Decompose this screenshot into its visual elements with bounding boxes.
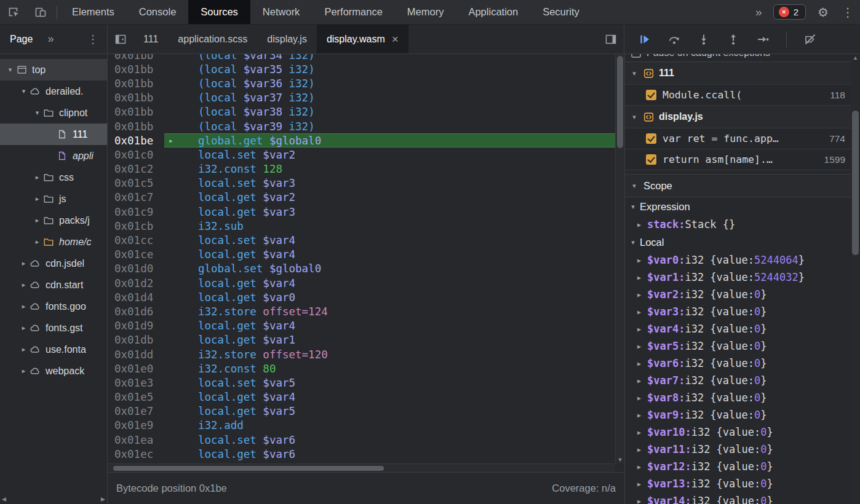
scrollbar-thumb[interactable] <box>113 466 384 471</box>
line-address[interactable]: 0x01c9 <box>108 206 164 218</box>
tree-item-111[interactable]: 111 <box>0 124 107 145</box>
scope-variable-var2[interactable]: ▶$var2: i32 {value: 0} <box>625 286 860 303</box>
error-badge[interactable]: × 2 <box>773 4 806 20</box>
scope-variable-var6[interactable]: ▶$var6: i32 {value: 0} <box>625 355 860 372</box>
line-address[interactable]: 0x01bb <box>108 63 164 76</box>
more-tabs-icon[interactable]: » <box>749 6 768 19</box>
line-address[interactable]: 0x01db <box>108 334 164 346</box>
editor-vertical-scrollbar[interactable]: ▼ <box>615 54 624 463</box>
tree-item-packs-j[interactable]: ▸packs/j <box>0 210 107 231</box>
scope-variable-var8[interactable]: ▶$var8: i32 {value: 0} <box>625 389 860 406</box>
scope-variable-var0[interactable]: ▶$var0: i32 {value: 5244064} <box>625 251 860 269</box>
devtools-tab-sources[interactable]: Sources <box>188 0 250 24</box>
step-into-icon[interactable] <box>692 28 715 50</box>
scope-variable-var5[interactable]: ▶$var5: i32 {value: 0} <box>625 337 860 355</box>
tree-item-home-c[interactable]: ▸home/c <box>0 231 107 253</box>
line-address[interactable]: 0x01c5 <box>108 177 164 189</box>
scope-section-header[interactable]: ▾ Scope <box>625 174 860 197</box>
step-over-icon[interactable] <box>663 28 686 50</box>
editor-horizontal-scrollbar[interactable] <box>108 463 615 472</box>
tree-collapsed-icon[interactable]: ▸ <box>18 302 29 310</box>
scope-variable-var10[interactable]: ▶$var10: i32 {value: 0} <box>625 423 860 441</box>
line-address[interactable]: 0x01c2 <box>108 163 164 175</box>
settings-gear-icon[interactable]: ⚙ <box>811 5 835 20</box>
code-line-0x01c7-10[interactable]: 0x01c7local.get $var2 <box>108 191 615 205</box>
code-line-0x01bb-5[interactable]: 0x01bb(local $var39 i32) <box>108 119 615 133</box>
tree-expanded-icon[interactable]: ▾ <box>32 109 42 117</box>
tree-item-top[interactable]: ▾top <box>0 59 107 81</box>
toggle-debugger-sidebar-icon[interactable] <box>598 25 624 53</box>
source-tab-display-js[interactable]: display.js <box>257 25 317 53</box>
scope-variable-var12[interactable]: ▶$var12: i32 {value: 0} <box>625 458 860 475</box>
navigator-horizontal-scrollbar[interactable]: ◀ ▶ <box>0 494 107 504</box>
code-line-0x01d6-18[interactable]: 0x01d6i32.store offset=124 <box>108 304 615 318</box>
code-line-0x01dd-21[interactable]: 0x01ddi32.store offset=120 <box>108 347 615 361</box>
tree-collapsed-icon[interactable]: ▸ <box>32 238 42 246</box>
code-line-0x01bb-0[interactable]: 0x01bb(local $var34 i32) <box>108 54 615 62</box>
tree-expanded-icon[interactable]: ▾ <box>18 87 29 95</box>
scope-variable-var1[interactable]: ▶$var1: i32 {value: 5244032} <box>625 269 860 286</box>
tree-collapsed-icon[interactable]: ▸ <box>32 173 42 181</box>
line-address[interactable]: 0x01bb <box>108 106 164 118</box>
scope-section-local[interactable]: ▾Local <box>625 233 860 251</box>
panel-vertical-scrollbar[interactable]: ▲ <box>851 54 860 504</box>
code-line-0x01c0-7[interactable]: 0x01c0local.set $var2 <box>108 148 615 162</box>
code-line-0x01bb-1[interactable]: 0x01bb(local $var35 i32) <box>108 62 615 76</box>
code-line-0x01db-20[interactable]: 0x01dblocal.get $var1 <box>108 333 615 347</box>
line-address[interactable]: 0x01dd <box>108 348 164 361</box>
navigator-menu-icon[interactable]: ⋮ <box>87 33 98 46</box>
line-address[interactable]: 0x01d0 <box>108 262 164 275</box>
devtools-tab-console[interactable]: Console <box>127 0 189 24</box>
scroll-right-icon[interactable]: ▶ <box>101 496 105 502</box>
code-line-0x01ec-28[interactable]: 0x01eclocal.get $var6 <box>108 447 615 461</box>
tree-item-js[interactable]: ▸js <box>0 188 107 210</box>
line-address[interactable]: 0x01bb <box>108 54 164 61</box>
line-address[interactable]: 0x01e0 <box>108 363 164 375</box>
tree-collapsed-icon[interactable]: ▸ <box>32 216 42 224</box>
breakpoint-entry[interactable]: Module.ccall(118 <box>625 85 860 106</box>
line-address[interactable]: 0x01d9 <box>108 320 164 332</box>
device-toolbar-icon[interactable] <box>27 0 54 24</box>
tree-collapsed-icon[interactable]: ▸ <box>18 345 29 353</box>
tree-item-cdn-start[interactable]: ▸cdn.start <box>0 274 107 296</box>
scrollbar-thumb[interactable] <box>852 111 859 255</box>
code-line-0x01d9-19[interactable]: 0x01d9local.get $var4 <box>108 319 615 333</box>
line-address[interactable]: 0x01d2 <box>108 277 164 289</box>
tab-page[interactable]: Page <box>10 34 33 45</box>
breakpoint-checkbox[interactable] <box>646 133 656 144</box>
navigator-more-tabs-icon[interactable]: » <box>47 33 54 45</box>
scroll-left-icon[interactable]: ◀ <box>2 496 6 502</box>
scrollbar-thumb[interactable] <box>617 56 623 148</box>
breakpoint-group-display-js[interactable]: ▾display.js <box>625 106 860 128</box>
code-line-0x01c2-8[interactable]: 0x01c2i32.const 128 <box>108 162 615 176</box>
line-address[interactable]: 0x01bb <box>108 120 164 133</box>
scope-variable-var11[interactable]: ▶$var11: i32 {value: 0} <box>625 441 860 458</box>
tree-expanded-icon[interactable]: ▾ <box>5 66 15 74</box>
code-line-0x01bb-2[interactable]: 0x01bb(local $var36 i32) <box>108 76 615 90</box>
source-tab-111[interactable]: 111 <box>133 25 168 53</box>
line-address[interactable]: 0x01bb <box>108 92 164 104</box>
line-address[interactable]: 0x01ec <box>108 448 164 460</box>
tree-item-use-fonta[interactable]: ▸use.fonta <box>0 339 107 360</box>
pause-on-caught-checkbox[interactable] <box>631 54 641 58</box>
scope-variable-var13[interactable]: ▶$var13: i32 {value: 0} <box>625 475 860 492</box>
line-address[interactable]: 0x01ea <box>108 434 164 446</box>
tree-item-derailed[interactable]: ▾derailed. <box>0 81 107 102</box>
breakpoint-checkbox[interactable] <box>646 90 656 100</box>
tree-item-clipnot[interactable]: ▾clipnot <box>0 102 107 124</box>
devtools-tab-elements[interactable]: Elements <box>60 0 127 24</box>
source-tab-display-wasm[interactable]: display.wasm× <box>317 25 408 53</box>
breakpoint-checkbox[interactable] <box>646 154 656 165</box>
deactivate-breakpoints-icon[interactable] <box>798 28 822 50</box>
code-line-0x01e0-22[interactable]: 0x01e0i32.const 80 <box>108 361 615 376</box>
scroll-up-icon[interactable]: ▲ <box>851 55 860 61</box>
breakpoint-entry[interactable]: return asm[name].…1599 <box>625 149 860 170</box>
code-line-0x01be-6[interactable]: 0x01be▸global.get $global0 <box>108 133 615 148</box>
tree-collapsed-icon[interactable]: ▸ <box>18 367 29 375</box>
code-line-0x01c9-11[interactable]: 0x01c9local.get $var3 <box>108 205 615 219</box>
step-out-icon[interactable] <box>722 28 745 50</box>
source-tab-application-scss[interactable]: application.scss <box>168 25 257 53</box>
resume-script-icon[interactable] <box>633 28 656 50</box>
scope-variable-stack[interactable]: ▶stack: Stack {} <box>625 216 860 233</box>
line-address[interactable]: 0x01ce <box>108 248 164 261</box>
